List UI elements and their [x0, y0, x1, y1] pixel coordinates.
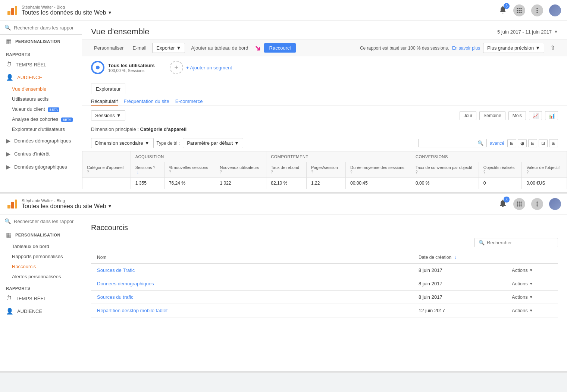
actions-btn-3[interactable]: Actions ▼ [512, 308, 533, 313]
help-icon-valeur[interactable]: ? [526, 170, 529, 174]
table-search-box-1[interactable]: 🔍 [418, 139, 487, 147]
sidebar-utilisateurs-actifs-1[interactable]: Utilisateurs actifs [0, 94, 82, 104]
sidebar-rapports-perso-2[interactable]: Rapports personnalisés [0, 251, 82, 261]
sidebar-donnees-geo-1[interactable]: ▶ Données géographiques [0, 160, 82, 173]
avatar-2[interactable] [549, 198, 561, 210]
personnaliser-btn-1[interactable]: Personnaliser [91, 44, 127, 52]
search-input-1[interactable] [14, 25, 77, 31]
th-date-creation[interactable]: Date de création ↓ [413, 252, 506, 263]
beta-badge-valeur: BÉTA [48, 107, 59, 112]
th-taux-conv-1[interactable]: Taux de conversion par objectif ? [411, 162, 479, 178]
dropdown-icon-1[interactable]: ▼ [108, 10, 112, 15]
sidebar-audience-2[interactable]: 👤 AUDIENCE [0, 305, 82, 318]
raccourcis-link-2[interactable]: Sources du trafic [97, 294, 134, 300]
actions-btn-1[interactable]: Actions ▼ [512, 281, 533, 286]
sidebar-centres-interet-1[interactable]: ▶ Centres d'intérêt [0, 147, 82, 160]
td-categorie-1 [82, 178, 131, 189]
column-view-btn-1[interactable]: ⊟ [528, 139, 537, 147]
sidebar-search-2[interactable]: 🔍 [0, 214, 82, 228]
sidebar-2: 🔍 ▦ PERSONNALISATION Tableaux de bord Ra… [0, 214, 82, 371]
th-valeur-1[interactable]: Valeur de l'objectif ? [522, 162, 567, 178]
period-mois-1[interactable]: Mois [508, 111, 526, 120]
more-view-btn-1[interactable]: ⊡ [539, 139, 548, 147]
raccourci-btn-1[interactable]: Raccourci [264, 43, 296, 53]
tab-ecommerce-1[interactable]: E-commerce [175, 97, 203, 106]
help-icon-sessions[interactable]: ? [153, 166, 155, 170]
tab-frequentation-1[interactable]: Fréquentation du site [124, 97, 169, 106]
more-options-2[interactable] [531, 198, 543, 210]
extra-view-btn-1[interactable]: ⊞ [549, 139, 558, 147]
raccourcis-search-box[interactable]: 🔍 [474, 238, 558, 247]
sidebar-explorateur-1[interactable]: Explorateur d'utilisateurs [0, 124, 82, 134]
actions-btn-0[interactable]: Actions ▼ [512, 267, 533, 273]
table-view-btn-1[interactable]: ⊞ [507, 139, 516, 147]
chart-line-btn-1[interactable]: 📈 [529, 111, 542, 120]
help-icon-nouveaux[interactable]: ? [220, 170, 222, 174]
email-btn-1[interactable]: E-mail [130, 44, 150, 52]
sidebar-donnees-demo-1[interactable]: ▶ Données démographiques [0, 134, 82, 147]
help-icon-taux-conv[interactable]: ? [416, 170, 418, 174]
ga-logo-icon [6, 4, 18, 16]
grid-icon-1: ▦ [6, 38, 12, 45]
th-nouveaux-1[interactable]: Nouveaux utilisateurs ? [215, 162, 266, 178]
pie-view-btn-1[interactable]: ◕ [518, 139, 527, 147]
avatar-1[interactable] [549, 4, 561, 16]
sidebar-vue-ensemble-1[interactable]: Vue d'ensemble [0, 84, 82, 94]
sidebar-valeur-client-1[interactable]: Valeur du client BÉTA [0, 104, 82, 114]
sidebar-search-1[interactable]: 🔍 [0, 21, 82, 35]
explorer-tab-header-1[interactable]: Explorateur [91, 84, 125, 94]
sidebar-personnalisation-2[interactable]: ▦ PERSONNALISATION [0, 228, 82, 241]
period-semaine-1[interactable]: Semaine [479, 111, 505, 120]
search-input-2[interactable] [14, 219, 77, 224]
sidebar-temps-reel-label-2: TEMPS RÉEL [16, 296, 46, 301]
chart-bar-btn-1[interactable]: 📊 [545, 111, 558, 120]
th-pages-1[interactable]: Pages/session ? [307, 162, 346, 178]
more-options-1[interactable] [531, 4, 543, 16]
avance-link-1[interactable]: avancé [490, 141, 504, 146]
sidebar-personnalisation-1[interactable]: ▦ PERSONNALISATION [0, 35, 82, 48]
notification-bell-1[interactable]: 3 [498, 5, 507, 15]
actions-btn-2[interactable]: Actions ▼ [512, 294, 533, 300]
sidebar-raccourcis-2[interactable]: Raccourcis [0, 261, 82, 272]
apps-icon-1[interactable] [513, 4, 525, 16]
help-icon-pct-new[interactable]: ? [169, 170, 171, 174]
raccourcis-link-1[interactable]: Donnees demographiques [97, 281, 154, 286]
th-duree-1[interactable]: Durée moyenne des sessions ? [345, 162, 411, 178]
apps-icon-2[interactable] [513, 198, 525, 210]
raccourcis-link-3[interactable]: Repartition desktop mobile tablet [97, 308, 167, 313]
th-sessions-1[interactable]: Sessions ? ↓ [131, 162, 164, 178]
table-search-input-1[interactable] [422, 141, 477, 146]
help-icon-duree[interactable]: ? [350, 170, 353, 174]
sessions-btn-1[interactable]: Sessions ▼ [91, 110, 125, 120]
help-icon-objectifs[interactable]: ? [483, 170, 486, 174]
th-objectifs-1[interactable]: Objectifs réalisés ? [479, 162, 522, 178]
raccourcis-search-input[interactable] [487, 240, 554, 245]
raccourcis-link-0[interactable]: Sources de Trafic [97, 267, 135, 273]
help-icon-categorie-1[interactable]: ? [87, 170, 89, 174]
notification-bell-2[interactable]: 3 [498, 199, 507, 209]
share-btn-1[interactable]: ⇧ [547, 43, 558, 53]
add-segment-btn-1[interactable]: + + Ajouter un segment [170, 61, 232, 74]
date-range-arrow-1[interactable]: ▼ [554, 29, 558, 34]
parametre-default-btn-1[interactable]: Paramètre par défaut ▼ [183, 138, 243, 148]
precision-btn-1[interactable]: Plus grande précision ▼ [483, 43, 544, 53]
sidebar-alertes-2[interactable]: Alertes personnalisées [0, 272, 82, 282]
period-jour-1[interactable]: Jour [460, 111, 476, 120]
sidebar-temps-reel-2[interactable]: ⏱ TEMPS RÉEL [0, 292, 82, 305]
sidebar-audience-1[interactable]: 👤 AUDIENCE [0, 71, 82, 84]
raccourcis-row-2: Sources du trafic8 juin 2017Actions ▼ [91, 291, 558, 304]
sidebar-temps-reel-1[interactable]: ⏱ TEMPS RÉEL [0, 58, 82, 71]
en-savoir-plus-link-1[interactable]: En savoir plus [452, 46, 480, 51]
exporter-btn-1[interactable]: Exporter ▼ [152, 43, 185, 53]
th-pct-new-1[interactable]: % nouvelles sessions ? [164, 162, 215, 178]
th-nom[interactable]: Nom [91, 252, 413, 263]
dropdown-icon-2[interactable]: ▼ [108, 204, 112, 209]
sidebar-tableaux-bord-2[interactable]: Tableaux de bord [0, 241, 82, 251]
th-rebond-1[interactable]: Taux de rebond ? [266, 162, 307, 178]
dimension-secondaire-btn-1[interactable]: Dimension secondaire ▼ [91, 138, 154, 148]
sidebar-cohortes-1[interactable]: Analyse des cohortes BÉTA [0, 114, 82, 124]
help-icon-pages[interactable]: ? [311, 170, 313, 174]
help-icon-rebond[interactable]: ? [271, 170, 273, 174]
tab-recapitulatif-1[interactable]: Récapitulatif [91, 97, 118, 106]
ajouter-tableau-btn-1[interactable]: Ajouter au tableau de bord [188, 44, 251, 52]
